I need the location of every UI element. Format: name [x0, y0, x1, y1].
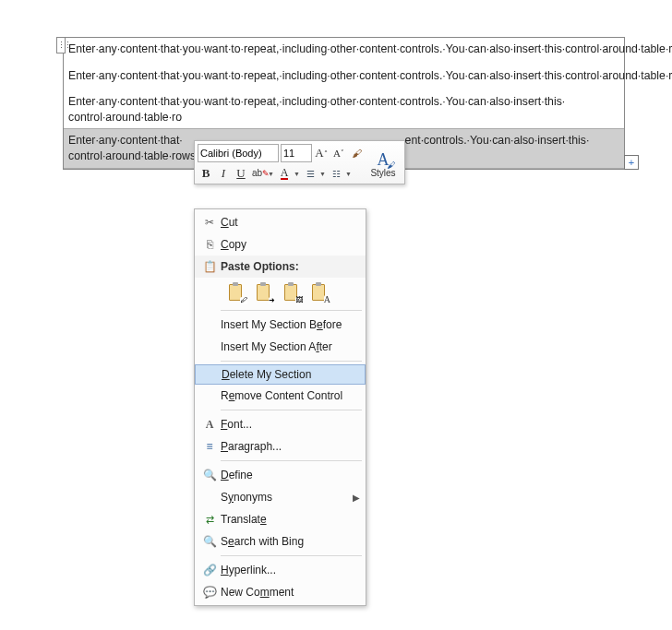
separator [221, 555, 362, 556]
define-icon: 🔍 [198, 469, 221, 481]
menu-search-bing[interactable]: 🔍 Search with Bing [195, 530, 366, 553]
content-control-handle[interactable] [56, 37, 66, 53]
menu-paragraph[interactable]: ≡ Paragraph... [195, 435, 366, 458]
row-text: Enter·any·content·that·you·want·to·repea… [68, 42, 672, 55]
menu-font[interactable]: A Font... [195, 413, 366, 435]
cut-icon: ✂ [198, 216, 221, 229]
shrink-font-button[interactable]: A˅ [330, 144, 347, 162]
row-text: Enter·any·content·that·you·want·to·repea… [68, 95, 565, 108]
submenu-arrow-icon: ▶ [353, 493, 360, 503]
paste-icon: 📋 [198, 260, 221, 273]
menu-synonyms[interactable]: Synonyms ▶ [195, 486, 366, 508]
context-menu: ✂ CCutut ⎘ Copy 📋 Paste Options: 🖊 ➜ 🖼 A… [194, 208, 366, 606]
search-icon: 🔍 [198, 535, 221, 548]
menu-copy[interactable]: ⎘ Copy [195, 233, 366, 256]
numbering-dropdown[interactable]: ▼ [344, 164, 353, 183]
menu-delete-section[interactable]: Delete My Section [195, 364, 366, 385]
add-item-button[interactable]: + [624, 155, 639, 170]
translate-icon: ⇄ [198, 514, 221, 526]
row-text: ent·controls.·You·can·also·insert·this· [405, 134, 590, 147]
font-icon: A [198, 418, 221, 432]
paste-options-header: 📋 Paste Options: [195, 256, 366, 278]
menu-hyperlink[interactable]: 🔗 Hyperlink... [195, 559, 366, 581]
styles-icon: A [378, 151, 390, 168]
menu-new-comment[interactable]: 💬 New Comment [195, 581, 366, 603]
row-text: Enter·any·content·that· [68, 134, 183, 147]
styles-button[interactable]: A Styles [367, 147, 399, 182]
separator [221, 310, 362, 311]
bold-button[interactable]: B [198, 164, 214, 183]
copy-icon: ⎘ [198, 238, 221, 251]
font-size-combo[interactable] [281, 144, 312, 162]
comment-icon: 💬 [198, 586, 221, 599]
font-color-button[interactable]: A [276, 164, 293, 183]
row-text: control·around·table·ro [68, 111, 182, 124]
numbering-button[interactable]: ☷ [328, 164, 344, 183]
italic-button[interactable]: I [215, 164, 232, 183]
font-family-combo[interactable] [198, 144, 279, 162]
menu-translate[interactable]: ⇄ Translate [195, 508, 366, 530]
menu-insert-before[interactable]: Insert My Section Before [195, 314, 366, 336]
underline-button[interactable]: U [233, 164, 249, 183]
paste-options-row: 🖊 ➜ 🖼 A [195, 278, 366, 307]
separator [221, 361, 362, 362]
mini-toolbar: A˄ A˅ B I U ab✎ ▼ A ▼ ☰ ▼ ☷ ▼ A Styles [194, 140, 405, 184]
menu-cut[interactable]: ✂ CCutut [195, 211, 366, 233]
bullets-button[interactable]: ☰ [302, 164, 318, 183]
menu-remove-content-control[interactable]: Remove Content Control [195, 385, 366, 407]
highlight-button[interactable]: ab✎ [250, 164, 267, 183]
table-row[interactable]: Enter·any·content·that·you·want·to·repea… [64, 38, 624, 129]
paste-picture-button[interactable]: 🖼 [280, 281, 302, 303]
grow-font-button[interactable]: A˄ [313, 144, 330, 162]
paragraph-icon: ≡ [198, 440, 221, 453]
menu-insert-after[interactable]: Insert My Section After [195, 336, 366, 358]
bullets-dropdown[interactable]: ▼ [318, 164, 327, 183]
hyperlink-icon: 🔗 [198, 564, 221, 577]
row-text: Enter·any·content·that·you·want·to·repea… [68, 69, 672, 82]
paste-keep-source-button[interactable]: 🖊 [224, 281, 246, 303]
separator [221, 410, 362, 410]
menu-define[interactable]: 🔍 Define [195, 464, 366, 486]
format-painter-button[interactable] [348, 144, 365, 162]
font-color-dropdown[interactable]: ▼ [293, 164, 301, 183]
paste-text-only-button[interactable]: A [307, 281, 330, 303]
paste-merge-button[interactable]: ➜ [252, 281, 274, 303]
separator [221, 460, 362, 461]
